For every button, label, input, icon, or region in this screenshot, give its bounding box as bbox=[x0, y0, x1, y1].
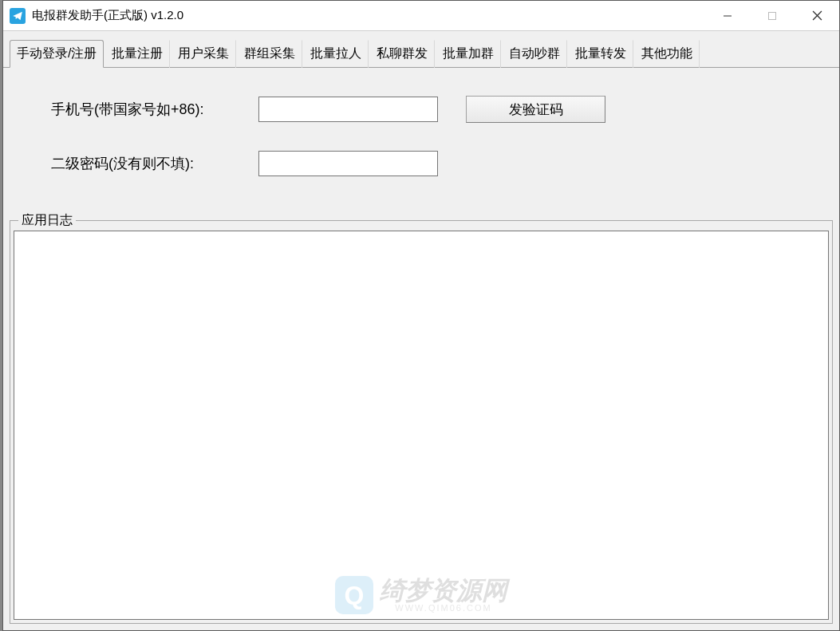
tab-user-collect[interactable]: 用户采集 bbox=[171, 40, 236, 68]
maximize-button[interactable] bbox=[750, 1, 795, 30]
log-section: 应用日志 Q 绮梦资源网 WWW.QIM06.COM bbox=[10, 220, 833, 624]
tab-other[interactable]: 其他功能 bbox=[634, 40, 700, 68]
tab-strip: 手动登录/注册 批量注册 用户采集 群组采集 批量拉人 私聊群发 批量加群 自动… bbox=[3, 31, 839, 68]
minimize-button[interactable] bbox=[705, 1, 750, 30]
watermark-logo-icon: Q bbox=[335, 576, 373, 614]
password-label: 二级密码(没有则不填): bbox=[51, 154, 258, 173]
tab-group-collect[interactable]: 群组采集 bbox=[237, 40, 302, 68]
tab-manual-login[interactable]: 手动登录/注册 bbox=[10, 40, 104, 68]
tab-batch-forward[interactable]: 批量转发 bbox=[568, 40, 633, 68]
svg-rect-1 bbox=[769, 12, 776, 19]
log-textarea[interactable]: Q 绮梦资源网 WWW.QIM06.COM bbox=[14, 231, 829, 620]
window-title: 电报群发助手(正式版) v1.2.0 bbox=[32, 8, 705, 23]
phone-input[interactable] bbox=[258, 97, 438, 122]
tab-batch-register[interactable]: 批量注册 bbox=[105, 40, 170, 68]
tab-batch-join[interactable]: 批量加群 bbox=[436, 40, 501, 68]
watermark-sub-text: WWW.QIM06.COM bbox=[380, 603, 507, 613]
phone-label: 手机号(带国家号如+86): bbox=[51, 100, 258, 119]
app-icon bbox=[10, 8, 26, 24]
password-input[interactable] bbox=[258, 151, 438, 176]
watermark: Q 绮梦资源网 WWW.QIM06.COM bbox=[335, 576, 507, 614]
log-title: 应用日志 bbox=[18, 212, 76, 229]
log-fieldset: 应用日志 Q 绮梦资源网 WWW.QIM06.COM bbox=[10, 220, 833, 624]
app-window: 电报群发助手(正式版) v1.2.0 手动登录/注册 批量注册 用户采集 群组采… bbox=[2, 0, 840, 631]
close-button[interactable] bbox=[795, 1, 839, 30]
watermark-main-text: 绮梦资源网 bbox=[380, 578, 507, 603]
send-code-button[interactable]: 发验证码 bbox=[466, 96, 605, 123]
titlebar: 电报群发助手(正式版) v1.2.0 bbox=[3, 1, 839, 31]
tab-auto-chat[interactable]: 自动吵群 bbox=[502, 40, 567, 68]
tab-content: 手机号(带国家号如+86): 发验证码 二级密码(没有则不填): bbox=[3, 68, 839, 220]
tab-private-mass[interactable]: 私聊群发 bbox=[369, 40, 435, 68]
window-controls bbox=[705, 1, 839, 30]
phone-row: 手机号(带国家号如+86): 发验证码 bbox=[51, 96, 815, 123]
password-row: 二级密码(没有则不填): bbox=[51, 151, 815, 176]
tab-batch-invite[interactable]: 批量拉人 bbox=[303, 40, 369, 68]
